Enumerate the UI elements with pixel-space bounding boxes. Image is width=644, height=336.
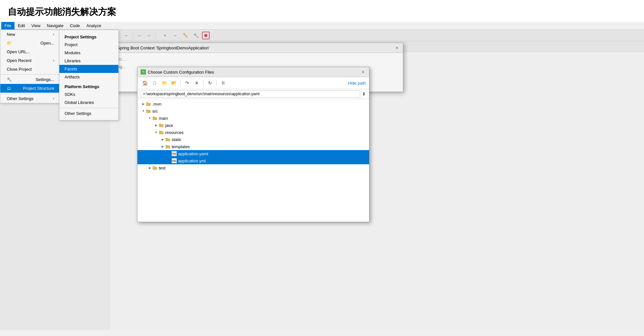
tree-item-templates[interactable]: ▶ templates <box>137 143 369 150</box>
ps-sep <box>59 108 118 108</box>
file-menu-sep2 <box>0 93 59 94</box>
config-path-row: ⬇ <box>137 89 369 99</box>
resources-expand-icon[interactable]: ▼ <box>154 130 159 135</box>
file-menu-sep1 <box>0 74 59 75</box>
config-path-input[interactable] <box>141 90 360 97</box>
file-menu-open-recent[interactable]: Open Recent › <box>0 56 59 65</box>
config-dialog-titlebar: 🍃 Choose Custom Configuration Files × <box>137 67 369 77</box>
application-yaml-label: application.yaml <box>178 151 208 156</box>
src-expand-icon[interactable]: ▼ <box>141 108 146 114</box>
ps-item-global-libraries[interactable]: Global Libraries <box>59 98 118 107</box>
config-dialog: 🍃 Choose Custom Configuration Files × 🏠 … <box>137 67 369 222</box>
tree-item-src[interactable]: ▼ src <box>137 107 369 115</box>
resources-folder-icon <box>159 130 164 135</box>
templates-label: templates <box>172 144 190 149</box>
file-menu-new[interactable]: New › <box>0 30 59 39</box>
config-toolbar-sep2 <box>203 80 204 86</box>
file-menu-project-structure-label: Project Structure <box>23 86 54 91</box>
ps-item-artifacts[interactable]: Artifacts <box>59 73 118 81</box>
svg-rect-5 <box>153 117 155 118</box>
ps-item-libraries[interactable]: Libraries <box>59 57 118 65</box>
file-menu-settings[interactable]: 🔧 Settings... <box>0 75 59 84</box>
config-dialog-title: Choose Custom Configuration Files <box>148 70 214 75</box>
config-dialog-icon: 🍃 <box>141 69 146 75</box>
tree-item-test[interactable]: ▶ test <box>137 164 369 171</box>
spring-dialog-line1: Applic... <box>111 57 399 62</box>
other-settings-arrow-icon: › <box>53 97 54 100</box>
menubar-code[interactable]: Code <box>67 22 83 29</box>
main-expand-icon[interactable]: ▼ <box>147 116 152 121</box>
ps-header1: Project Settings <box>59 33 118 41</box>
tree-item-resources[interactable]: ▼ resources <box>137 129 369 136</box>
file-menu-other-settings[interactable]: Other Settings › <box>0 94 59 103</box>
file-menu-close-project-label: Close Project <box>7 67 32 72</box>
file-menu-open-label: Open... <box>40 41 54 46</box>
file-menu-open-url[interactable]: Open URL... <box>0 47 59 56</box>
config-toolbar-copy-btn[interactable]: ⎘ <box>219 79 227 87</box>
ide-area: ＋ − ← → ＋ − ✏️ 🔧 Spring ▼ 🚀 SpringbootDe… <box>0 30 644 330</box>
templates-expand-icon[interactable]: ▶ <box>160 144 165 149</box>
ps-item-sdks[interactable]: SDKs <box>59 90 118 98</box>
ps-item-modules[interactable]: Modules <box>59 49 118 57</box>
test-expand-icon[interactable]: ▶ <box>147 165 152 170</box>
file-menu-new-label: New <box>7 32 15 37</box>
spring-dialog-close-btn[interactable]: × <box>394 45 400 51</box>
ps-item-project[interactable]: Project <box>59 41 118 49</box>
menubar-file[interactable]: File <box>1 22 15 29</box>
ps-item-facets[interactable]: Facets <box>59 65 118 73</box>
file-menu-new-arrow: › <box>53 33 54 36</box>
tree-item-static[interactable]: ▶ static <box>137 136 369 143</box>
spring-dialog-title-left: 🍃 Spring Boot Context 'SpringbootDemoApp… <box>110 45 209 50</box>
mvn-label: .mvn <box>152 102 161 107</box>
java-expand-icon[interactable]: ▶ <box>154 123 159 128</box>
open-recent-arrow-icon: › <box>53 59 54 62</box>
config-toolbar-new-folder-btn[interactable]: 📂 <box>170 79 178 87</box>
config-toolbar-delete-btn[interactable]: ✕ <box>193 79 201 87</box>
src-folder-icon <box>146 108 151 114</box>
file-menu-close-project[interactable]: Close Project <box>0 65 59 74</box>
file-menu: New › 📁 Open... Open URL... Open Recent … <box>0 30 60 103</box>
menubar-edit[interactable]: Edit <box>15 22 28 29</box>
file-menu-open[interactable]: 📁 Open... <box>0 39 59 47</box>
config-toolbar-hide-path-btn[interactable]: Hide path <box>348 81 366 86</box>
svg-rect-9 <box>159 131 161 132</box>
menubar-analyze[interactable]: Analyze <box>83 22 105 29</box>
config-toolbar-home-btn[interactable]: 🏠 <box>141 79 149 87</box>
test-label: test <box>159 166 166 170</box>
svg-rect-1 <box>146 102 148 104</box>
file-menu-project-structure[interactable]: 🗂 Project Structure <box>0 84 59 93</box>
yaml-expand-icon <box>166 151 172 156</box>
file-tree: ▶ .mvn ▼ src ▼ main <box>137 99 369 222</box>
application-yml-label: application.yml <box>178 158 206 163</box>
tree-item-application-yml[interactable]: YML application.yml <box>137 157 369 164</box>
ps-header2: Platform Settings <box>59 82 118 90</box>
config-toolbar-move-btn[interactable]: ↷ <box>183 79 191 87</box>
menubar-navigate[interactable]: Navigate <box>44 22 66 29</box>
tree-item-main[interactable]: ▼ main <box>137 115 369 122</box>
config-toolbar-new-folder-from-btn[interactable]: 📁 <box>160 79 168 87</box>
config-dialog-close-btn[interactable]: × <box>360 69 366 75</box>
main-label: main <box>159 116 168 121</box>
file-menu-other-settings-label: Other Settings <box>7 96 34 101</box>
menubar-view[interactable]: View <box>28 22 44 29</box>
tree-item-application-yaml[interactable]: YML application.yaml <box>137 150 369 157</box>
project-settings-menu: Project Settings Project Modules Librari… <box>59 30 119 120</box>
java-label: java <box>165 123 173 128</box>
project-structure-icon: 🗂 <box>7 86 11 91</box>
tree-item-java[interactable]: ▶ java <box>137 122 369 129</box>
main-folder-icon <box>152 116 157 121</box>
config-toolbar-new-file-btn[interactable]: □ <box>150 79 159 87</box>
file-menu-settings-label: Settings... <box>35 77 54 82</box>
mvn-expand-icon[interactable]: ▶ <box>141 101 146 107</box>
config-toolbar-refresh-btn[interactable]: ↻ <box>206 79 214 87</box>
folder-icon: 📁 <box>7 41 12 46</box>
test-folder-icon <box>152 165 157 170</box>
ps-item-other-settings[interactable]: Other Settings <box>59 109 118 117</box>
tree-item-mvn[interactable]: ▶ .mvn <box>137 100 369 107</box>
static-expand-icon[interactable]: ▶ <box>160 137 165 142</box>
yaml-file-icon: YML <box>172 151 177 156</box>
menubar: File Edit View Navigate Code Analyze <box>0 22 644 30</box>
config-toolbar-sep3 <box>216 80 217 86</box>
page-title: 自动提示功能消失解决方案 <box>0 0 644 22</box>
config-path-download-icon[interactable]: ⬇ <box>362 91 366 97</box>
